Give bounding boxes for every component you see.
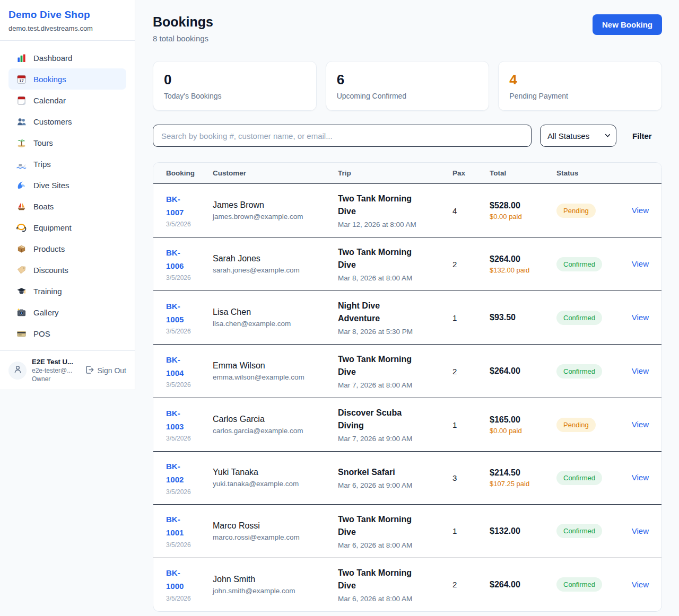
trip-name: Two Tank Morning Dive: [338, 246, 423, 271]
sidebar-item-dashboard[interactable]: Dashboard: [8, 47, 126, 68]
sidebar-item-tours[interactable]: Tours: [8, 132, 126, 153]
booking-id-link[interactable]: BK-1003: [166, 407, 196, 434]
stat-card: 6 Upcoming Confirmed: [326, 61, 490, 111]
paid-amount: $107.25 paid: [490, 480, 543, 488]
view-link[interactable]: View: [632, 313, 649, 322]
trip-datetime: Mar 6, 2026 at 9:00 AM: [338, 481, 452, 489]
user-name: E2E Test U...: [32, 358, 79, 366]
sidebar-item-bookings[interactable]: 17 Bookings: [8, 68, 126, 90]
booking-id-link[interactable]: BK-1006: [166, 247, 196, 273]
sidebar-item-products[interactable]: Products: [8, 238, 126, 259]
sidebar-item-equipment[interactable]: Equipment: [8, 217, 126, 238]
status-badge: Confirmed: [556, 577, 602, 592]
view-link[interactable]: View: [632, 206, 649, 215]
customer-name: Marco Rossi: [213, 521, 338, 531]
booking-date: 3/5/2026: [166, 435, 213, 442]
package-icon: [16, 243, 27, 254]
table-header-row: Booking Customer Trip Pax Total Status: [153, 163, 661, 184]
booking-id-link[interactable]: BK-1000: [166, 567, 196, 593]
table-row: BK-1002 3/5/2026 Yuki Tanaka yuki.tanaka…: [153, 452, 661, 505]
sidebar-item-dive-sites[interactable]: Dive Sites: [8, 174, 126, 196]
trip-datetime: Mar 6, 2026 at 8:00 AM: [338, 541, 452, 549]
user-avatar: [8, 362, 27, 380]
total-amount: $165.00: [490, 415, 556, 425]
sidebar-item-customers[interactable]: Customers: [8, 111, 126, 132]
customer-email: john.smith@example.com: [213, 587, 338, 595]
customer-name: Sarah Jones: [213, 254, 338, 263]
user-info: E2E Test U... e2e-tester@... Owner: [32, 358, 79, 383]
sidebar-item-gallery[interactable]: Gallery: [8, 302, 126, 323]
booking-id-link[interactable]: BK-1004: [166, 354, 196, 380]
pax-count: 1: [452, 504, 490, 558]
paid-amount: $0.00 paid: [490, 213, 543, 221]
status-badge: Confirmed: [556, 471, 602, 485]
trip-name: Two Tank Morning Dive: [338, 513, 423, 539]
sidebar-item-boats[interactable]: Boats: [8, 196, 126, 217]
booking-date: 3/5/2026: [166, 328, 213, 335]
booking-date: 3/5/2026: [166, 221, 213, 228]
total-amount: $93.50: [490, 313, 556, 322]
sign-out-label: Sign Out: [98, 366, 126, 375]
status-select[interactable]: All Statuses: [540, 125, 616, 147]
sign-out-button[interactable]: Sign Out: [84, 365, 126, 376]
sidebar-item-discounts[interactable]: Discounts: [8, 259, 126, 280]
booking-id-link[interactable]: BK-1007: [166, 193, 196, 219]
page-header: Bookings 8 total bookings New Booking: [153, 14, 662, 43]
view-link[interactable]: View: [632, 366, 649, 375]
pax-count: 2: [452, 237, 490, 291]
sidebar-item-label: Products: [33, 244, 65, 253]
tearoff-calendar-icon: [16, 95, 27, 105]
sidebar-item-trips[interactable]: Trips: [8, 153, 126, 174]
col-header-booking: Booking: [153, 163, 213, 184]
sidebar-item-label: Calendar: [33, 96, 66, 105]
bookings-calendar-icon: 17: [16, 74, 27, 84]
view-link[interactable]: View: [632, 526, 649, 535]
status-badge: Pending: [556, 418, 596, 432]
wave-icon: [16, 180, 27, 190]
col-header-pax: Pax: [452, 163, 490, 184]
sailboat-icon: [16, 201, 27, 212]
sidebar-item-label: Tours: [33, 138, 53, 147]
new-booking-button[interactable]: New Booking: [593, 14, 662, 35]
trip-datetime: Mar 8, 2026 at 5:30 PM: [338, 328, 452, 336]
booking-date: 3/5/2026: [166, 541, 213, 549]
sidebar-item-calendar[interactable]: Calendar: [8, 90, 126, 111]
svg-text:17: 17: [19, 78, 23, 83]
view-link[interactable]: View: [632, 580, 649, 589]
camera-icon: [16, 307, 27, 318]
stat-card: 4 Pending Payment: [498, 61, 662, 111]
pax-count: 1: [452, 398, 490, 452]
pax-count: 1: [452, 291, 490, 345]
booking-id-link[interactable]: BK-1005: [166, 300, 196, 327]
customer-email: sarah.jones@example.com: [213, 266, 338, 274]
view-link[interactable]: View: [632, 473, 649, 482]
view-link[interactable]: View: [632, 259, 649, 268]
customer-name: Carlos Garcia: [213, 415, 338, 424]
main-content: Bookings 8 total bookings New Booking 0 …: [135, 0, 679, 616]
sidebar-item-pos[interactable]: POS: [8, 323, 126, 344]
total-amount: $132.00: [490, 526, 556, 536]
sidebar-item-label: Gallery: [33, 308, 59, 317]
booking-date: 3/5/2026: [166, 274, 213, 281]
table-row: BK-1000 3/5/2026 John Smith john.smith@e…: [153, 558, 661, 611]
view-link[interactable]: View: [632, 420, 649, 429]
booking-id-link[interactable]: BK-1001: [166, 513, 196, 540]
island-icon: [16, 137, 27, 148]
customer-email: lisa.chen@example.com: [213, 320, 338, 328]
customer-email: emma.wilson@example.com: [213, 373, 338, 381]
user-role: Owner: [32, 375, 79, 383]
page-title: Bookings: [153, 14, 213, 30]
pax-count: 2: [452, 558, 490, 611]
booking-id-link[interactable]: BK-1002: [166, 460, 196, 487]
customer-email: marco.rossi@example.com: [213, 533, 338, 541]
customer-name: Emma Wilson: [213, 361, 338, 371]
sign-out-icon: [84, 365, 94, 376]
table-row: BK-1004 3/5/2026 Emma Wilson emma.wilson…: [153, 345, 661, 398]
customer-name: Lisa Chen: [213, 307, 338, 317]
sidebar-item-label: Trips: [33, 160, 51, 169]
sidebar-item-label: POS: [33, 329, 50, 338]
sidebar-item-training[interactable]: Training: [8, 280, 126, 302]
search-input[interactable]: [153, 125, 532, 147]
filter-button[interactable]: Filter: [632, 131, 652, 140]
sidebar-item-label: Bookings: [33, 75, 66, 84]
